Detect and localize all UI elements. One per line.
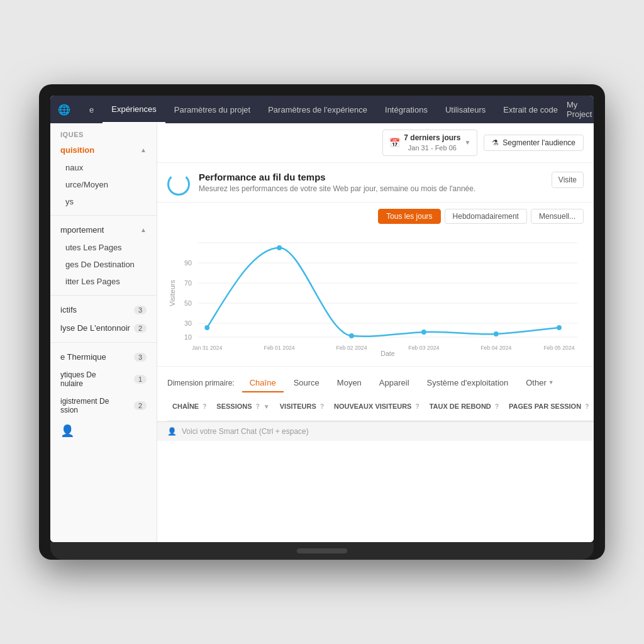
tab-appareil[interactable]: Appareil (372, 374, 417, 392)
col-visiteurs: Visiteurs ? (275, 392, 329, 421)
filter-icon: ⚗ (492, 138, 499, 147)
visit-button[interactable]: Visite (552, 172, 584, 188)
table-wrapper: CHAÎNE ? Sessions ? ▼ Visiteurs (157, 392, 594, 421)
col-pages: Pages par session ? (504, 392, 594, 421)
sidebar-item-quisition[interactable]: quisition ▲ (50, 141, 157, 159)
performance-info: Performance au fil du temps Mesurez les … (199, 172, 475, 193)
sidebar-divider-3 (50, 342, 157, 343)
col-sessions: Sessions ? ▼ (211, 392, 274, 421)
dimension-label: Dimension primaire: (167, 379, 235, 387)
sidebar-item-source-moyen[interactable]: urce/Moyen (50, 176, 157, 193)
question-icon-pages[interactable]: ? (585, 403, 589, 410)
question-icon-taux[interactable]: ? (495, 403, 499, 410)
svg-point-20 (277, 245, 282, 250)
sidebar: IQUES quisition ▲ naux urce/Moyen ys mpo… (50, 123, 157, 542)
sidebar-item-toutes-pages[interactable]: utes Les Pages (50, 239, 157, 256)
nav-item-params-experience[interactable]: Paramètres de l'expérience (259, 96, 376, 123)
performance-subtitle: Mesurez les performances de votre site W… (199, 184, 475, 193)
nav-item-params-projet[interactable]: Paramètres du projet (165, 96, 259, 123)
sidebar-item-enregistrement[interactable]: igistrement Dession 2 (50, 392, 157, 419)
date-range: Jan 31 - Feb 06 (404, 143, 460, 152)
svg-point-21 (349, 333, 354, 338)
globe-icon: 🌐 (58, 104, 70, 116)
laptop-screen: 🌐 e Expériences Paramètres du projet Par… (50, 96, 594, 542)
sidebar-item-objectifs[interactable]: ictifs 3 (50, 301, 157, 319)
nav-project: My Project (567, 100, 592, 119)
sidebar-item-analytiques-formulaire[interactable]: ytiques Denulaire 1 (50, 366, 157, 392)
tab-chaine[interactable]: Chaîne (242, 374, 284, 392)
sidebar-item-entonnoir[interactable]: lyse De L'entonnoir 2 (50, 319, 157, 337)
svg-text:30: 30 (184, 319, 192, 327)
data-table: CHAÎNE ? Sessions ? ▼ Visiteurs (167, 392, 594, 421)
chevron-up-icon: ▲ (140, 147, 147, 153)
tab-other[interactable]: Other ▼ (518, 374, 561, 392)
nav-item-experiences[interactable]: Expériences (103, 96, 165, 123)
svg-text:Feb 05 2024: Feb 05 2024 (543, 345, 574, 351)
laptop-base (50, 542, 594, 560)
nav-item-integrations[interactable]: Intégrations (376, 96, 436, 123)
sidebar-item-quitter-pages[interactable]: itter Les Pages (50, 273, 157, 290)
svg-text:Feb 01 2024: Feb 01 2024 (264, 345, 295, 351)
period-daily-button[interactable]: Tous les jours (378, 209, 440, 224)
period-weekly-button[interactable]: Hebdomadairement (445, 209, 527, 224)
content-toolbar: 📅 7 derniers jours Jan 31 - Feb 06 ▼ ⚗ S… (157, 123, 594, 163)
loading-spinner-icon (167, 173, 190, 196)
period-monthly-button[interactable]: Mensuell... (531, 209, 584, 224)
nav-item-e[interactable]: e (80, 96, 103, 123)
chat-bar[interactable]: 👤 Voici votre Smart Chat (Ctrl + espace) (157, 421, 594, 441)
laptop-notch (297, 548, 347, 553)
tab-moyen[interactable]: Moyen (330, 374, 369, 392)
svg-text:10: 10 (184, 333, 192, 341)
date-range-button[interactable]: 📅 7 derniers jours Jan 31 - Feb 06 ▼ (382, 130, 477, 156)
sort-icon-sessions[interactable]: ▼ (264, 403, 270, 410)
date-label: 7 derniers jours (404, 133, 460, 143)
svg-text:Date: Date (380, 350, 395, 356)
svg-point-19 (204, 325, 209, 330)
top-nav: 🌐 e Expériences Paramètres du projet Par… (50, 96, 594, 123)
sidebar-item-pages-destination[interactable]: ges De Destination (50, 256, 157, 273)
svg-text:Feb 02 2024: Feb 02 2024 (336, 345, 367, 351)
svg-text:Jan 31 2024: Jan 31 2024 (192, 345, 222, 351)
question-icon-sessions[interactable]: ? (256, 403, 260, 410)
question-icon-nouveaux[interactable]: ? (416, 403, 419, 410)
performance-title: Performance au fil du temps (199, 172, 475, 182)
chevron-down-icon-other: ▼ (548, 379, 554, 386)
svg-point-24 (557, 325, 562, 330)
sidebar-item-thermique[interactable]: e Thermique 3 (50, 348, 157, 366)
svg-text:90: 90 (184, 259, 192, 267)
chart-container: 10 30 50 70 90 Visiteurs Jan 31 2024 Feb… (167, 230, 584, 356)
question-icon-chaine[interactable]: ? (203, 403, 206, 410)
sidebar-item-comportement[interactable]: mportement ▲ (50, 221, 157, 239)
laptop-outer: 🌐 e Expériences Paramètres du projet Par… (39, 84, 605, 560)
col-taux: Taux de rebond ? (425, 392, 504, 421)
calendar-icon: 📅 (389, 138, 400, 148)
sidebar-divider-2 (50, 295, 157, 296)
svg-text:Visiteurs: Visiteurs (169, 279, 176, 306)
sidebar-section-label: IQUES (50, 123, 157, 141)
dimension-tabs: Dimension primaire: Chaîne Source Moyen … (157, 366, 594, 392)
svg-text:70: 70 (184, 279, 192, 287)
nav-item-extrait[interactable]: Extrait de code (494, 96, 567, 123)
svg-text:Feb 04 2024: Feb 04 2024 (480, 345, 511, 351)
col-chaine: CHAÎNE ? (167, 392, 211, 421)
svg-text:50: 50 (184, 299, 192, 307)
sidebar-item-naux[interactable]: naux (50, 159, 157, 176)
period-buttons: Tous les jours Hebdomadairement Mensuell… (167, 209, 584, 224)
segment-button[interactable]: ⚗ Segmenter l'audience (484, 135, 584, 151)
svg-text:Feb 03 2024: Feb 03 2024 (408, 345, 439, 351)
chevron-down-icon: ▼ (464, 139, 470, 146)
tab-systeme[interactable]: Système d'exploitation (419, 374, 516, 392)
nav-items: e Expériences Paramètres du projet Param… (80, 96, 567, 123)
tab-source[interactable]: Source (286, 374, 327, 392)
sidebar-divider (50, 215, 157, 216)
performance-header: Performance au fil du temps Mesurez les … (157, 163, 594, 203)
chart-svg: 10 30 50 70 90 Visiteurs Jan 31 2024 Feb… (167, 230, 584, 356)
main-layout: IQUES quisition ▲ naux urce/Moyen ys mpo… (50, 123, 594, 542)
sidebar-item-ys[interactable]: ys (50, 193, 157, 210)
col-nouveaux: Nouveaux visiteurs ? (329, 392, 425, 421)
nav-left: 🌐 (58, 104, 75, 116)
user-icon[interactable]: 👤 (50, 419, 157, 443)
nav-item-utilisateurs[interactable]: Utilisateurs (436, 96, 494, 123)
svg-point-23 (494, 331, 499, 336)
question-icon-visiteurs[interactable]: ? (320, 403, 324, 410)
